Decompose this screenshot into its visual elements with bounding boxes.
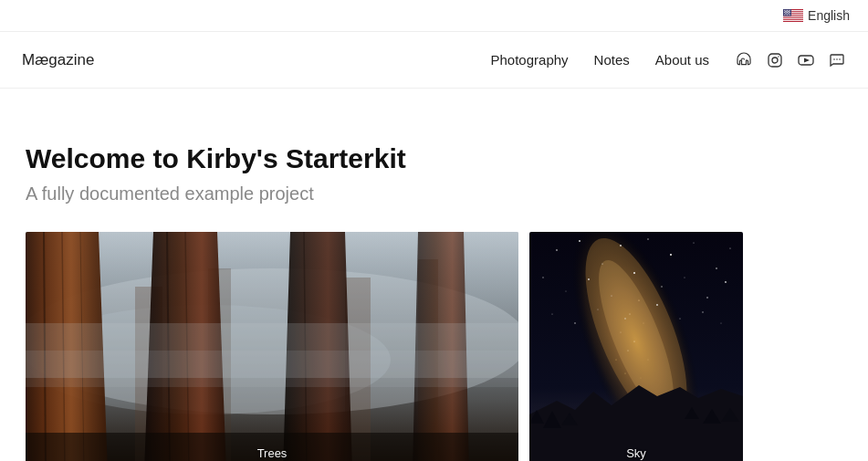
language-bar: English <box>0 0 868 32</box>
svg-point-81 <box>598 309 599 310</box>
svg-point-80 <box>574 322 576 324</box>
svg-point-12 <box>790 10 790 11</box>
svg-point-19 <box>787 12 788 13</box>
svg-point-77 <box>706 297 708 299</box>
svg-point-70 <box>542 277 543 278</box>
gallery-item-sky[interactable]: Sky <box>529 232 743 461</box>
svg-point-87 <box>621 332 622 333</box>
svg-point-96 <box>641 378 642 379</box>
svg-point-91 <box>643 323 644 324</box>
svg-point-32 <box>772 58 778 63</box>
svg-point-38 <box>839 58 841 60</box>
svg-point-88 <box>630 314 631 315</box>
hero-section: Welcome to Kirby's Starterkit A fully do… <box>0 89 868 232</box>
svg-point-68 <box>716 267 717 269</box>
svg-point-74 <box>633 272 635 274</box>
svg-point-22 <box>785 13 786 14</box>
social4-icon[interactable] <box>828 51 846 69</box>
svg-point-21 <box>790 12 790 13</box>
site-logo[interactable]: Mægazine <box>22 51 94 69</box>
youtube-icon[interactable] <box>797 51 815 69</box>
svg-point-11 <box>789 10 790 11</box>
svg-point-13 <box>785 11 786 12</box>
svg-point-25 <box>789 13 790 14</box>
site-header: Mægazine Photography Notes About us <box>0 32 868 89</box>
gallery: Trees <box>0 232 868 461</box>
nav-right: Photography Notes About us <box>491 51 846 69</box>
svg-point-84 <box>679 318 680 319</box>
svg-marker-35 <box>804 58 810 62</box>
nav-notes[interactable]: Notes <box>594 52 630 68</box>
svg-rect-5 <box>783 18 803 19</box>
svg-point-82 <box>624 318 625 319</box>
svg-point-8 <box>784 10 785 11</box>
svg-point-37 <box>836 58 838 60</box>
svg-point-61 <box>556 249 558 251</box>
svg-point-75 <box>661 286 662 287</box>
svg-rect-6 <box>783 20 803 21</box>
svg-point-23 <box>786 13 787 14</box>
svg-point-78 <box>725 281 727 283</box>
svg-point-79 <box>551 313 552 314</box>
svg-point-92 <box>633 341 634 341</box>
hero-title: Welcome to Kirby's Starterkit <box>26 143 842 174</box>
nav-about[interactable]: About us <box>655 52 709 68</box>
svg-point-18 <box>786 12 787 13</box>
svg-point-33 <box>778 56 779 57</box>
mastodon-icon[interactable] <box>735 51 753 69</box>
svg-point-14 <box>786 11 787 12</box>
gallery-item-trees[interactable]: Trees <box>26 232 518 461</box>
svg-point-90 <box>628 351 629 351</box>
svg-point-94 <box>648 360 649 361</box>
svg-point-73 <box>611 295 612 296</box>
svg-point-95 <box>625 373 626 374</box>
svg-point-62 <box>579 240 580 242</box>
gallery-caption-sky: Sky <box>626 446 646 460</box>
svg-point-36 <box>833 58 835 60</box>
svg-point-76 <box>685 278 685 278</box>
svg-point-30 <box>790 15 790 16</box>
svg-point-86 <box>721 323 722 324</box>
svg-point-27 <box>786 15 787 16</box>
svg-point-15 <box>788 11 789 12</box>
svg-rect-31 <box>769 54 781 67</box>
svg-point-26 <box>784 15 785 16</box>
svg-point-20 <box>789 12 790 13</box>
svg-point-10 <box>787 10 788 11</box>
svg-point-28 <box>787 15 788 16</box>
svg-point-93 <box>616 360 617 361</box>
svg-point-24 <box>788 13 789 14</box>
svg-point-83 <box>656 304 658 306</box>
svg-point-89 <box>638 299 639 300</box>
nav-links: Photography Notes About us <box>491 52 709 68</box>
svg-point-64 <box>620 245 622 246</box>
hero-subtitle: A fully documented example project <box>26 183 842 204</box>
gallery-caption-trees: Trees <box>257 446 288 460</box>
svg-point-67 <box>694 243 695 244</box>
svg-point-63 <box>601 263 602 264</box>
nav-icons <box>735 51 846 69</box>
svg-point-71 <box>566 291 567 292</box>
svg-point-69 <box>729 247 730 248</box>
svg-rect-4 <box>783 16 803 17</box>
flag-icon <box>783 9 803 22</box>
svg-point-72 <box>588 278 590 280</box>
svg-point-16 <box>789 11 790 12</box>
svg-point-17 <box>784 12 785 13</box>
svg-point-29 <box>789 15 790 16</box>
svg-point-65 <box>647 238 648 239</box>
svg-point-66 <box>670 254 672 256</box>
svg-point-85 <box>702 311 703 312</box>
nav-photography[interactable]: Photography <box>491 52 569 68</box>
svg-point-9 <box>786 10 787 11</box>
instagram-icon[interactable] <box>766 51 784 69</box>
language-label: English <box>808 8 850 23</box>
svg-rect-56 <box>26 351 518 387</box>
